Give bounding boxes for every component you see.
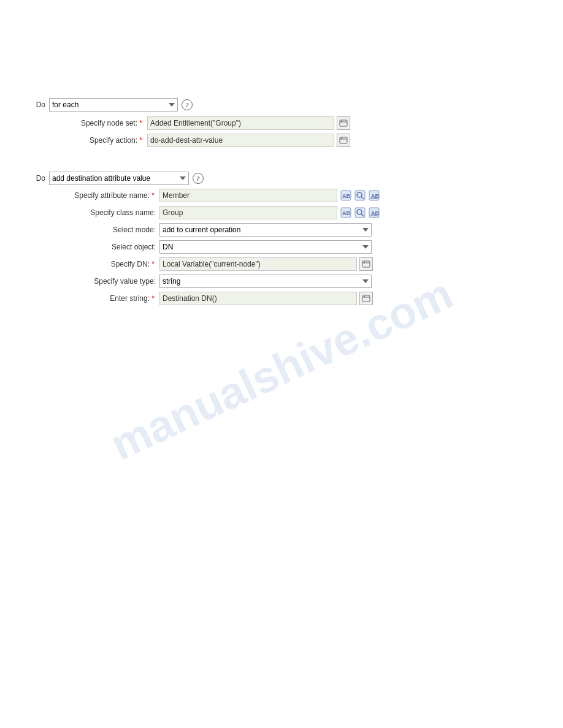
enter-string-label: Enter string: * <box>25 294 159 303</box>
select-mode-dropdown[interactable]: add to current operation <box>159 223 372 237</box>
browse-icon-1 <box>339 119 348 127</box>
svg-rect-27 <box>364 296 365 297</box>
node-set-required: * <box>139 119 142 127</box>
select-mode-row: Select mode: add to current operation <box>25 223 538 237</box>
attr-name-icons: AB AB <box>340 189 380 202</box>
do-label-2: Do <box>25 174 49 183</box>
class-name-icon-ab[interactable]: AB <box>340 207 352 219</box>
specify-dn-row: Specify DN: * <box>25 257 538 271</box>
svg-rect-5 <box>341 138 342 139</box>
action-browse-btn[interactable] <box>337 134 350 147</box>
svg-rect-2 <box>341 121 342 122</box>
attr-name-label-text: Specify attribute name: <box>74 191 150 200</box>
select-object-row: Select object: DN <box>25 240 538 254</box>
attr-name-icon-ab[interactable]: AB <box>340 189 352 202</box>
svg-rect-3 <box>340 137 347 143</box>
class-name-input[interactable] <box>159 206 337 219</box>
enter-string-input[interactable] <box>159 292 357 305</box>
node-set-input[interactable] <box>147 116 334 130</box>
node-set-browse-btn[interactable] <box>337 116 350 130</box>
page-container: manualshive.com Do for each ? Specify no… <box>0 0 563 728</box>
do-row-1: Do for each ? <box>25 98 538 112</box>
browse-icon-dn <box>362 260 370 268</box>
browse-icon-string <box>362 294 370 303</box>
section1: Do for each ? Specify node set: * <box>25 98 538 147</box>
enter-string-browse-btn[interactable] <box>359 292 373 305</box>
select-object-dropdown[interactable]: DN <box>159 240 372 254</box>
specify-dn-label-text: Specify DN: <box>111 260 150 268</box>
class-name-label: Specify class name: <box>25 208 159 217</box>
help-icon-1[interactable]: ? <box>182 99 193 110</box>
specify-dn-required: * <box>151 260 155 268</box>
specify-dn-input[interactable] <box>159 257 357 271</box>
svg-text:AB: AB <box>342 210 350 216</box>
enter-string-label-text: Enter string: <box>110 294 150 303</box>
attr-name-label: Specify attribute name: * <box>25 191 159 200</box>
action-required: * <box>139 136 142 145</box>
class-name-icon-edit[interactable]: AB <box>368 207 380 219</box>
value-type-label: Specify value type: <box>25 277 159 286</box>
specify-dn-browse-btn[interactable] <box>359 257 373 271</box>
class-name-icons: AB AB <box>340 207 380 219</box>
class-name-row: Specify class name: AB <box>25 206 538 219</box>
class-name-icon-search[interactable] <box>354 207 366 219</box>
enter-string-row: Enter string: * <box>25 292 538 305</box>
attr-name-input[interactable] <box>159 189 337 202</box>
action-label: Specify action: * <box>25 136 147 145</box>
value-type-dropdown[interactable]: string <box>159 275 372 288</box>
help-icon-2[interactable]: ? <box>193 173 204 184</box>
svg-rect-25 <box>362 295 370 301</box>
attr-name-required: * <box>151 191 155 200</box>
select-object-label: Select object: <box>25 243 159 251</box>
do-row-2: Do add destination attribute value ? <box>25 172 538 185</box>
browse-icon-2 <box>339 136 348 145</box>
value-type-row: Specify value type: string <box>25 275 538 288</box>
svg-rect-24 <box>364 262 365 263</box>
select-mode-label: Select mode: <box>25 226 159 234</box>
node-set-row: Specify node set: * <box>25 116 538 130</box>
svg-text:AB: AB <box>342 193 350 199</box>
for-each-dropdown[interactable]: for each <box>49 98 178 112</box>
action-row: Specify action: * <box>25 134 538 147</box>
node-set-label-text: Specify node set: <box>81 119 137 127</box>
svg-rect-22 <box>362 261 370 267</box>
node-set-label: Specify node set: * <box>25 119 147 127</box>
attr-name-row: Specify attribute name: * AB <box>25 189 538 202</box>
svg-rect-0 <box>340 120 347 126</box>
attr-name-icon-edit[interactable]: AB <box>368 189 380 202</box>
action-input[interactable] <box>147 134 334 147</box>
add-dest-dropdown[interactable]: add destination attribute value <box>49 172 189 185</box>
enter-string-required: * <box>151 294 155 303</box>
section2: Do add destination attribute value ? Spe… <box>25 172 538 305</box>
specify-dn-label: Specify DN: * <box>25 260 159 268</box>
attr-name-icon-search[interactable] <box>354 189 366 202</box>
do-label-1: Do <box>25 100 49 109</box>
action-label-text: Specify action: <box>90 136 137 145</box>
